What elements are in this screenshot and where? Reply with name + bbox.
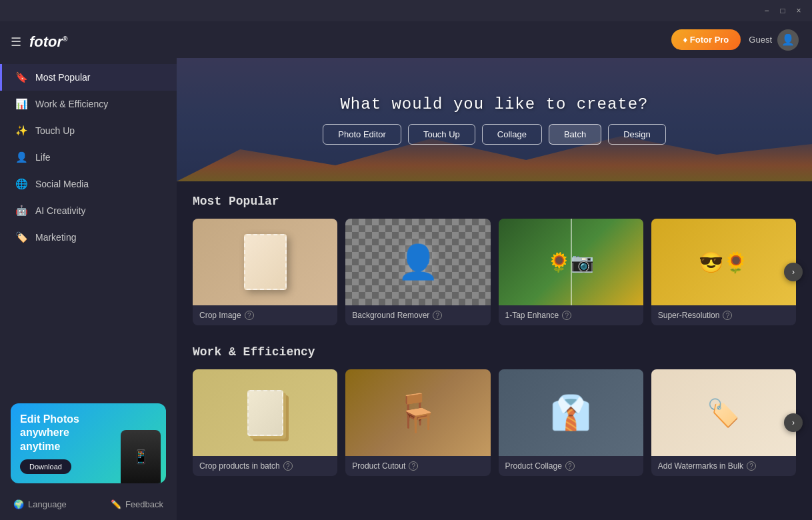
- bookmark-icon: 🔖: [15, 71, 27, 83]
- logo-sup: ®: [63, 35, 67, 43]
- language-label: Language: [28, 499, 67, 509]
- sidebar-item-label: Life: [35, 152, 51, 163]
- card-crop-image-preview: [193, 219, 337, 305]
- nav-items: 🔖 Most Popular 📊 Work & Efficiency ✨ Tou…: [0, 64, 177, 393]
- sidebar-bottom: Edit Photosanywhereanytime Download 📱: [0, 393, 177, 494]
- card-product-collage[interactable]: Product Collage ?: [499, 369, 643, 476]
- card-watermark-label: Add Watermarks in Bulk ?: [651, 456, 796, 476]
- sidebar-item-label: Work & Efficiency: [35, 99, 108, 109]
- most-popular-title: Most Popular: [193, 195, 796, 208]
- card-product-cutout-preview: [345, 369, 490, 456]
- sidebar-item-label: Social Media: [35, 179, 89, 189]
- sidebar: ☰ fotor® 🔖 Most Popular 📊 Work & Efficie…: [0, 21, 177, 520]
- card-product-cutout[interactable]: Product Cutout ?: [345, 369, 490, 476]
- language-icon: 🌍: [13, 499, 24, 509]
- close-button[interactable]: ×: [791, 3, 807, 19]
- ai-icon: 🤖: [15, 205, 27, 217]
- titlebar: − □ ×: [0, 0, 812, 21]
- work-efficiency-section: Work & Efficiency Crop products in batch…: [177, 332, 812, 483]
- hero-title: What would you like to create?: [340, 95, 648, 113]
- help-icon[interactable]: ?: [409, 461, 418, 471]
- app-body: ☰ fotor® 🔖 Most Popular 📊 Work & Efficie…: [0, 21, 812, 520]
- hero-buttons: Photo Editor Touch Up Collage Batch Desi…: [323, 124, 665, 145]
- card-crop-image[interactable]: Crop Image ?: [193, 219, 337, 325]
- hero-btn-batch[interactable]: Batch: [549, 124, 601, 145]
- sidebar-footer: 🌍 Language ✏️ Feedback: [0, 494, 177, 520]
- feedback-button[interactable]: ✏️ Feedback: [111, 499, 163, 509]
- most-popular-grid: Crop Image ? Background Remover ?: [193, 219, 796, 325]
- chart-icon: 📊: [15, 98, 27, 110]
- card-superres-preview: [651, 219, 796, 305]
- sidebar-item-label: Touch Up: [35, 125, 75, 136]
- fotor-pro-button[interactable]: ♦ Fotor Pro: [671, 29, 741, 50]
- sidebar-item-social-media[interactable]: 🌐 Social Media: [0, 171, 177, 197]
- hero-btn-collage[interactable]: Collage: [482, 124, 542, 145]
- guest-label: Guest: [749, 35, 772, 45]
- card-add-watermarks-bulk[interactable]: Add Watermarks in Bulk ?: [651, 369, 796, 476]
- promo-phone-image: 📱: [121, 430, 161, 483]
- sidebar-item-touch-up[interactable]: ✨ Touch Up: [0, 117, 177, 144]
- card-watermark-preview: [651, 369, 796, 456]
- card-bg-remover-label: Background Remover ?: [345, 305, 490, 325]
- card-product-cutout-label: Product Cutout ?: [345, 456, 490, 476]
- sidebar-item-life[interactable]: 👤 Life: [0, 144, 177, 171]
- logo: fotor®: [29, 33, 67, 51]
- card-batch-crop-label: Crop products in batch ?: [193, 456, 337, 476]
- maximize-button[interactable]: □: [775, 3, 791, 19]
- card-crop-image-label: Crop Image ?: [193, 305, 337, 325]
- sidebar-item-label: Most Popular: [35, 72, 90, 83]
- sidebar-item-most-popular[interactable]: 🔖 Most Popular: [0, 64, 177, 91]
- help-icon[interactable]: ?: [433, 311, 442, 320]
- card-enhance-preview: [499, 219, 643, 305]
- tag-icon: 🏷️: [15, 231, 27, 243]
- sidebar-header: ☰ fotor®: [0, 27, 177, 64]
- feedback-icon: ✏️: [111, 499, 121, 509]
- sparkle-icon: ✨: [15, 125, 27, 137]
- cards-next-button[interactable]: ›: [784, 263, 803, 281]
- guest-area[interactable]: Guest 👤: [749, 29, 799, 51]
- hero-btn-touch-up[interactable]: Touch Up: [408, 124, 475, 145]
- card-background-remover[interactable]: Background Remover ?: [345, 219, 490, 325]
- card-product-collage-label: Product Collage ?: [499, 456, 643, 476]
- card-product-collage-preview: [499, 369, 643, 456]
- card-super-resolution[interactable]: Super-Resolution ?: [651, 219, 796, 325]
- avatar: 👤: [777, 29, 799, 51]
- person-icon: 👤: [15, 151, 27, 163]
- help-icon[interactable]: ?: [723, 311, 732, 320]
- feedback-label: Feedback: [125, 499, 163, 509]
- help-icon[interactable]: ?: [245, 311, 254, 320]
- content-area: What would you like to create? Photo Edi…: [177, 58, 812, 520]
- card-batch-crop-preview: [193, 369, 337, 456]
- sidebar-item-work-efficiency[interactable]: 📊 Work & Efficiency: [0, 91, 177, 117]
- hamburger-icon[interactable]: ☰: [11, 35, 21, 49]
- most-popular-section: Most Popular Crop Image ? Background Rem…: [177, 181, 812, 332]
- topbar: ♦ Fotor Pro Guest 👤: [177, 21, 812, 58]
- card-bg-remover-preview: [345, 219, 490, 305]
- card-crop-products-batch[interactable]: Crop products in batch ?: [193, 369, 337, 476]
- hero-btn-design[interactable]: Design: [608, 124, 665, 145]
- help-icon[interactable]: ?: [283, 461, 293, 471]
- promo-download-button[interactable]: Download: [20, 459, 71, 474]
- sidebar-item-label: Marketing: [35, 232, 76, 243]
- minimize-button[interactable]: −: [759, 3, 775, 19]
- sidebar-item-label: AI Creativity: [35, 205, 85, 216]
- work-efficiency-title: Work & Efficiency: [193, 345, 796, 359]
- cards-next-button-2[interactable]: ›: [784, 413, 803, 432]
- help-icon[interactable]: ?: [747, 461, 756, 471]
- promo-card[interactable]: Edit Photosanywhereanytime Download 📱: [11, 403, 166, 483]
- hero-banner: What would you like to create? Photo Edi…: [177, 58, 812, 181]
- language-button[interactable]: 🌍 Language: [13, 499, 67, 509]
- card-1tap-enhance[interactable]: 1-Tap Enhance ?: [499, 219, 643, 325]
- sidebar-item-marketing[interactable]: 🏷️ Marketing: [0, 224, 177, 251]
- card-enhance-label: 1-Tap Enhance ?: [499, 305, 643, 325]
- help-icon[interactable]: ?: [562, 311, 571, 320]
- card-superres-label: Super-Resolution ?: [651, 305, 796, 325]
- work-efficiency-grid: Crop products in batch ? Product Cutout …: [193, 369, 796, 476]
- help-icon[interactable]: ?: [565, 461, 575, 471]
- sidebar-item-ai-creativity[interactable]: 🤖 AI Creativity: [0, 197, 177, 224]
- globe-icon: 🌐: [15, 178, 27, 190]
- hero-btn-photo-editor[interactable]: Photo Editor: [323, 124, 401, 145]
